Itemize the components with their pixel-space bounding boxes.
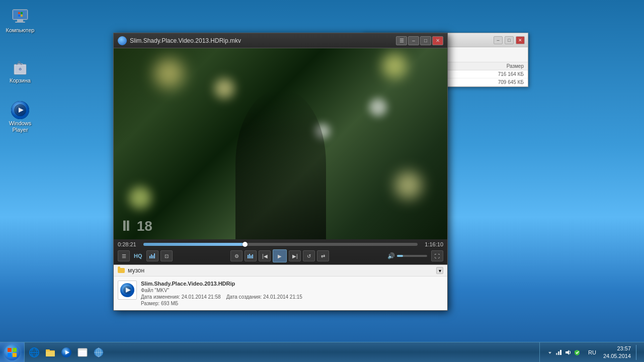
eq-icon	[149, 253, 156, 259]
taskbar-item-network[interactable]	[91, 345, 106, 360]
desktop-icon-wmp[interactable]: Windows Player	[3, 98, 38, 135]
bokeh-light-2	[214, 78, 234, 99]
taskbar-item-ie[interactable]	[27, 345, 42, 360]
file-detail-size: Размер: 693 МБ	[141, 301, 443, 306]
svg-rect-17	[151, 254, 152, 258]
svg-rect-7	[21, 15, 23, 17]
tray-clock[interactable]: 23:57 24.05.2014	[601, 345, 633, 359]
total-time: 1:16:10	[421, 241, 443, 247]
fullscreen-btn[interactable]: ⛶	[431, 250, 443, 261]
file-detail-modified: Дата изменения: 24.01.2014 21:58 Дата со…	[141, 294, 443, 300]
player-titlebar: Slim.Shady.Place.Video.2013.HDRip.mkv ☰ …	[114, 33, 447, 48]
video-area[interactable]: ⏸ 18	[114, 48, 447, 239]
wmp-icon-label: Windows Player	[5, 120, 36, 133]
progress-fill	[143, 243, 245, 246]
hq-label: HQ	[134, 253, 142, 259]
playlist-view-btn[interactable]: ☰	[118, 250, 130, 261]
tray-icon-update[interactable]	[573, 348, 581, 356]
clock-date: 24.05.2014	[603, 352, 631, 359]
video-overlay-counter: ⏸ 18	[119, 218, 152, 234]
explorer-file-size-2: 709 645 КБ	[484, 79, 524, 85]
player-window-controls: ☰ – □ ✕	[396, 36, 443, 45]
tray-icon-network[interactable]	[555, 348, 563, 356]
player-close-btn[interactable]: ✕	[432, 36, 443, 45]
svg-rect-29	[8, 353, 12, 357]
paint-icon	[77, 347, 88, 358]
explorer-file-size-1: 716 164 КБ	[484, 71, 524, 77]
player-controls-row: ☰ HQ ⊡ ⚙	[118, 249, 443, 262]
bokeh-light-5	[129, 187, 151, 209]
windows-logo-icon	[7, 347, 17, 357]
explorer-minimize-btn[interactable]: –	[494, 36, 503, 44]
volume-area: 🔊	[387, 252, 427, 259]
play-pause-btn[interactable]: ▶	[273, 249, 287, 262]
tray-icon-sound[interactable]	[564, 348, 572, 356]
folder-bar: музон ▾	[114, 264, 447, 276]
file-thumb-icon	[120, 283, 135, 298]
tray-network-icon	[555, 349, 562, 356]
file-modified-value: 24.01.2014 21:58	[182, 294, 221, 300]
desktop-icon-recycle[interactable]: ♻ Корзина	[3, 55, 38, 86]
player-minimize-btn[interactable]: –	[408, 36, 419, 45]
svg-rect-50	[558, 351, 559, 355]
video-mode-btn[interactable]: ⊡	[160, 250, 173, 261]
desktop: Компьютер ♻ Корзина Windows	[0, 0, 644, 362]
computer-icon-label: Компьютер	[6, 27, 35, 34]
svg-marker-52	[566, 350, 569, 355]
equalizer2-btn[interactable]	[245, 250, 257, 261]
taskbar-items	[25, 342, 539, 362]
repeat-btn[interactable]: ↺	[303, 250, 315, 261]
player-app-icon	[118, 36, 127, 45]
wmp-icon	[10, 100, 30, 120]
volume-fill	[397, 255, 403, 257]
volume-track[interactable]	[397, 255, 427, 257]
file-size-value: 693 МБ	[161, 301, 178, 306]
svg-rect-3	[15, 22, 25, 23]
bars-icon	[248, 253, 254, 259]
player-title: Slim.Shady.Place.Video.2013.HDRip.mkv	[130, 37, 393, 44]
player-bottom-controls: 0:28:21 1:16:10 ☰ HQ	[114, 239, 447, 264]
volume-icon[interactable]: 🔊	[387, 252, 395, 259]
settings-btn[interactable]: ⚙	[230, 250, 243, 261]
figure-silhouette	[235, 88, 326, 239]
taskbar-item-paint[interactable]	[75, 345, 90, 360]
bokeh-light-3	[382, 53, 407, 78]
tray-icon-arrow[interactable]	[546, 348, 554, 356]
progress-bar-area: 0:28:21 1:16:10	[118, 241, 443, 247]
file-size-label: Размер:	[141, 301, 159, 306]
bokeh-light-4	[369, 99, 387, 116]
player-maximize-btn[interactable]: □	[420, 36, 431, 45]
media-player-icon	[61, 347, 72, 358]
svg-rect-23	[252, 254, 253, 258]
tray-icons	[544, 348, 583, 356]
file-details-panel: Slim.Shady.Place.Video.2013.HDRip Файл "…	[114, 276, 447, 310]
progress-track[interactable]	[143, 243, 418, 246]
shuffle-btn[interactable]: ⇄	[317, 250, 329, 261]
svg-rect-37	[46, 349, 50, 351]
file-modified-label: Дата изменения:	[141, 294, 180, 300]
show-desktop-btn[interactable]	[636, 345, 640, 360]
player-playlist-btn[interactable]: ☰	[396, 36, 407, 45]
desktop-icon-computer[interactable]: Компьютер	[3, 5, 38, 36]
folder-icon	[118, 268, 125, 273]
start-button[interactable]	[0, 342, 25, 362]
current-time: 0:28:21	[118, 241, 140, 247]
next-track-btn[interactable]: ▶|	[289, 250, 301, 261]
svg-rect-27	[8, 348, 12, 352]
explorer-maximize-btn[interactable]: □	[505, 36, 514, 44]
svg-rect-6	[18, 15, 20, 17]
explorer-close-btn[interactable]: ✕	[516, 36, 525, 44]
taskbar-item-explorer[interactable]	[43, 345, 58, 360]
taskbar-tray: RU 23:57 24.05.2014	[539, 342, 644, 362]
folder-expand-btn[interactable]: ▾	[436, 267, 443, 274]
taskbar-item-mediaplayer[interactable]	[59, 345, 74, 360]
file-thumbnail	[118, 281, 137, 300]
svg-rect-18	[152, 255, 153, 258]
network-icon	[93, 347, 104, 358]
svg-rect-28	[13, 348, 17, 352]
computer-icon	[10, 7, 30, 27]
start-orb	[4, 344, 20, 360]
prev-track-btn[interactable]: |◀	[259, 250, 271, 261]
equalizer-btn[interactable]	[146, 250, 158, 261]
language-indicator[interactable]: RU	[586, 349, 598, 355]
